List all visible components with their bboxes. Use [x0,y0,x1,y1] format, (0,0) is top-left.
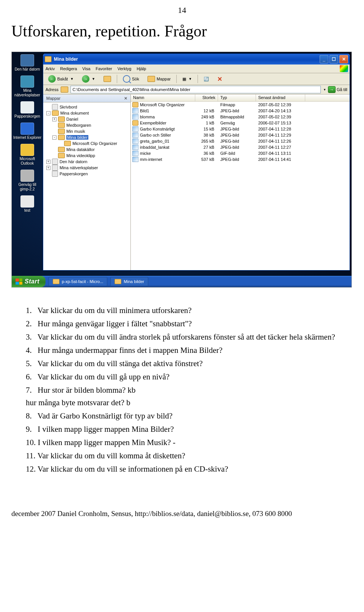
desktop-icon[interactable]: Mina nätverksplatser [13,76,41,98]
chevron-down-icon: ▼ [70,77,74,81]
expand-icon[interactable]: + [52,117,56,121]
file-name: Microsoft Clip Organizer [140,102,185,107]
desktop-icon[interactable]: Papperskorgen [13,101,41,119]
folders-button[interactable]: Mappar [145,75,173,83]
tree-label: Den här datorn [60,159,87,164]
taskbar-button[interactable]: Mina bilder [110,277,148,286]
up-button[interactable] [101,75,114,83]
system-icon [52,171,58,177]
file-date: 2007-04-11 12:29 [256,133,305,137]
col-type[interactable]: Typ [218,94,256,101]
question-item: 4. Hur många undermappar finns det i map… [26,344,353,357]
views-button[interactable]: ▦▼ [180,76,195,83]
file-row[interactable]: greta_garbo_01265 kBJPEG-bild2007-04-11 … [131,138,350,144]
file-icon [132,108,138,113]
tree-node[interactable]: +Daniel [46,116,130,122]
back-icon: ← [48,75,56,83]
menu-item[interactable]: Verktyg [118,66,132,71]
maximize-button[interactable]: ☐ [329,55,338,63]
back-button[interactable]: ← Bakåt ▼ [46,74,76,84]
col-name[interactable]: Namn [131,94,195,101]
tree-node[interactable]: -Mina dokument [46,110,130,116]
tree-label: Daniel [66,117,78,121]
file-row[interactable]: Garbo och Stiller38 kBJPEG-bild2007-04-1… [131,132,350,138]
file-row[interactable]: Exempelbilder1 kBGenväg2006-02-07 15:13 [131,120,350,126]
file-type: JPEG-bild [218,127,256,131]
sync-button[interactable]: 🔄 [201,76,212,83]
tree-node[interactable]: -Mina bilder [46,134,130,140]
tree-node[interactable]: Microsoft Clip Organizer [46,140,130,146]
file-row[interactable]: Microsoft Clip OrganizerFilmapp2007-05-0… [131,102,350,108]
tree-node[interactable]: +Den här datorn [46,159,130,165]
file-size: 249 kB [195,115,218,119]
desktop-icon[interactable]: Den här datorn [13,54,41,72]
expand-icon[interactable]: - [46,111,50,115]
forward-button[interactable]: → ▼ [79,74,98,84]
file-row[interactable]: blomma249 kBBitmappsbild2007-05-02 12:39 [131,114,350,120]
titlebar[interactable]: Mina bilder _ ☐ ✕ [43,54,350,65]
address-input[interactable] [71,86,321,93]
menu-item[interactable]: Hjälp [136,66,146,71]
tree-label: Mina bilder [66,135,88,140]
tree-node[interactable]: Medborgaren [46,122,130,128]
expand-icon[interactable]: + [46,166,50,170]
expand-icon[interactable]: + [46,160,50,164]
col-size[interactable]: Storlek [195,94,218,101]
file-size: 36 kB [195,151,218,156]
close-icon[interactable]: ✕ [124,96,127,101]
tree-node[interactable]: Mina videoklipp [46,153,130,159]
menu-item[interactable]: Redigera [60,66,77,71]
col-date[interactable]: Senast ändrad [256,94,305,101]
desktop-icon[interactable]: Genväg till gimp-2.2 [13,170,41,192]
start-button[interactable]: Start [12,276,46,287]
desktop-icon[interactable]: Internet Explorer [13,123,41,140]
tree-node[interactable]: Papperskorgen [46,171,130,177]
taskbar-button[interactable]: p-xp-5st-facit - Micro... [49,277,107,286]
desktop-icon-label: Den här datorn [13,67,41,72]
file-type: JPEG-bild [218,145,256,149]
delete-button[interactable]: ✕ [215,74,225,84]
expand-icon[interactable]: - [52,135,56,140]
file-size: 27 kB [195,145,218,149]
desktop-icon[interactable]: test [13,195,41,213]
file-icon [132,151,138,156]
folder-icon [58,153,65,158]
file-row[interactable]: micke36 kBGIF-bild2007-04-11 13:11 [131,150,350,156]
file-row[interactable]: mm-internet537 kBJPEG-bild2007-04-11 14:… [131,156,350,162]
tree-node[interactable]: +Mina nätverksplatser [46,165,130,171]
tree-node[interactable]: Min musik [46,128,130,134]
minimize-button[interactable]: _ [320,55,328,63]
chevron-down-icon[interactable]: ▾ [324,88,326,91]
desktop-glyph-icon [20,101,34,113]
folders-header: Mappar ✕ [43,94,130,102]
file-date: 2007-05-02 12:39 [256,115,305,119]
search-button[interactable]: Sök [120,74,142,84]
file-date: 2007-04-11 12:26 [256,139,305,143]
menu-item[interactable]: Visa [82,66,90,71]
tree-node[interactable]: Skrivbord [46,104,130,110]
close-button[interactable]: ✕ [339,55,348,63]
tree-node[interactable]: Mina datakällor [46,146,130,153]
file-row[interactable]: Garbo Konstnärligt15 kBJPEG-bild2007-04-… [131,126,350,132]
folder-icon [52,110,59,116]
address-label: Adress [46,87,58,92]
menu-item[interactable]: Favoriter [96,66,112,71]
question-item: 7. Hur stor är bilden blomma? kb hur mån… [26,384,353,409]
file-type: GIF-bild [218,151,256,156]
app-icon [53,279,60,284]
screenshot: Den här datornMina nätverksplatserPapper… [11,52,352,288]
desktop-glyph-icon [20,123,34,135]
file-name: Bild1 [140,109,149,113]
question-list: 1. Var klickar du om du vill minimera ut… [11,304,353,475]
question-item: 3. Var klickar du om du vill ändra storl… [26,331,353,343]
menu-item[interactable]: Arkiv [46,66,55,71]
doc-title: Utforskaren, repetition. Frågor [11,22,353,40]
system-icon [52,159,58,165]
desktop-glyph-icon [20,170,34,182]
go-button[interactable]: → Gå till [328,86,347,93]
tree-label: Microsoft Clip Organizer [72,141,117,146]
column-headers[interactable]: Namn Storlek Typ Senast ändrad [131,94,350,102]
file-row[interactable]: Bild112 kBJPEG-bild2007-04-20 14:13 [131,108,350,114]
desktop-icon[interactable]: Microsoft Outlook [13,144,41,166]
file-row[interactable]: inbaddat_lankat27 kBJPEG-bild2007-04-11 … [131,144,350,150]
